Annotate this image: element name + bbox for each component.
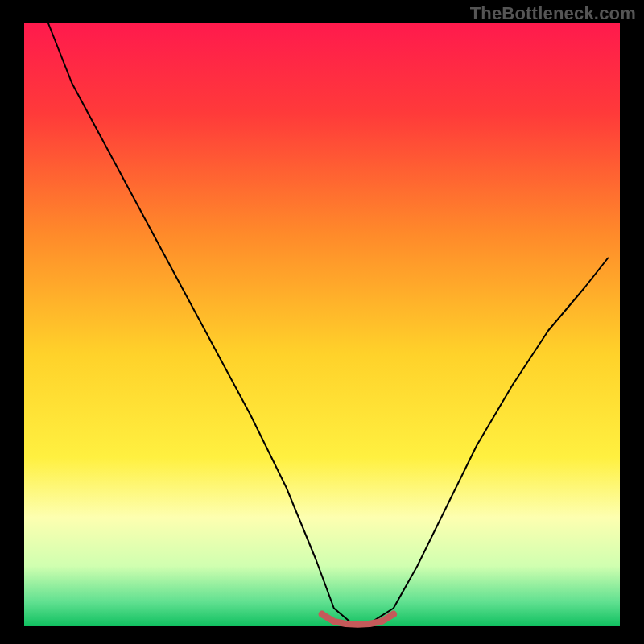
chart-container: TheBottleneck.com [0, 0, 644, 644]
valley-marker-endpoint [390, 611, 397, 618]
watermark-text: TheBottleneck.com [470, 3, 636, 24]
plot-background [24, 23, 620, 626]
bottleneck-chart [0, 0, 644, 644]
valley-marker-endpoint [319, 611, 326, 618]
